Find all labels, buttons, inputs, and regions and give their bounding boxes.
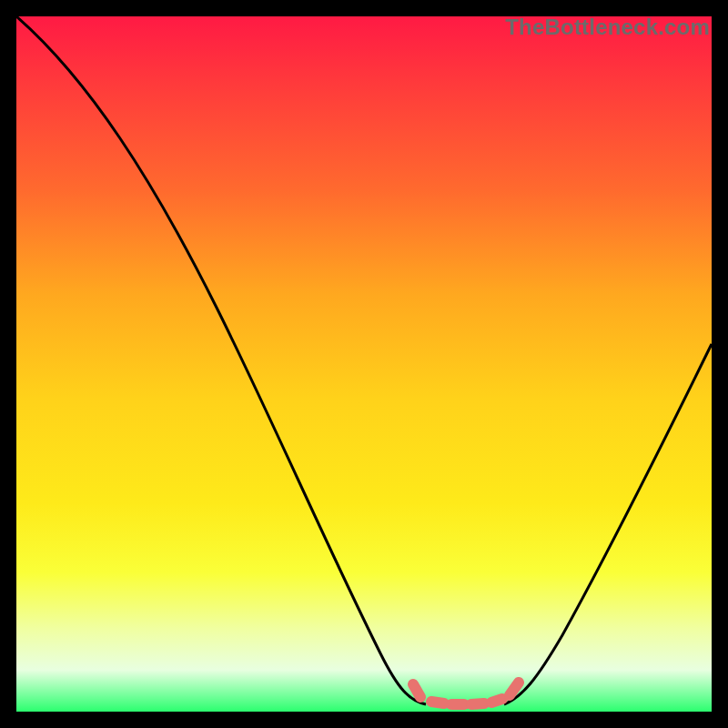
svg-line-5 <box>510 682 519 695</box>
watermark-text: TheBottleneck.com <box>505 15 710 40</box>
chart-curves <box>16 16 712 712</box>
bottom-markers <box>413 682 519 704</box>
svg-line-4 <box>491 699 502 703</box>
chart-frame: TheBottleneck.com <box>16 16 712 712</box>
svg-line-0 <box>413 684 420 697</box>
svg-line-3 <box>471 703 484 704</box>
left-curve <box>16 16 426 704</box>
svg-line-1 <box>431 702 444 703</box>
right-curve <box>504 344 712 704</box>
